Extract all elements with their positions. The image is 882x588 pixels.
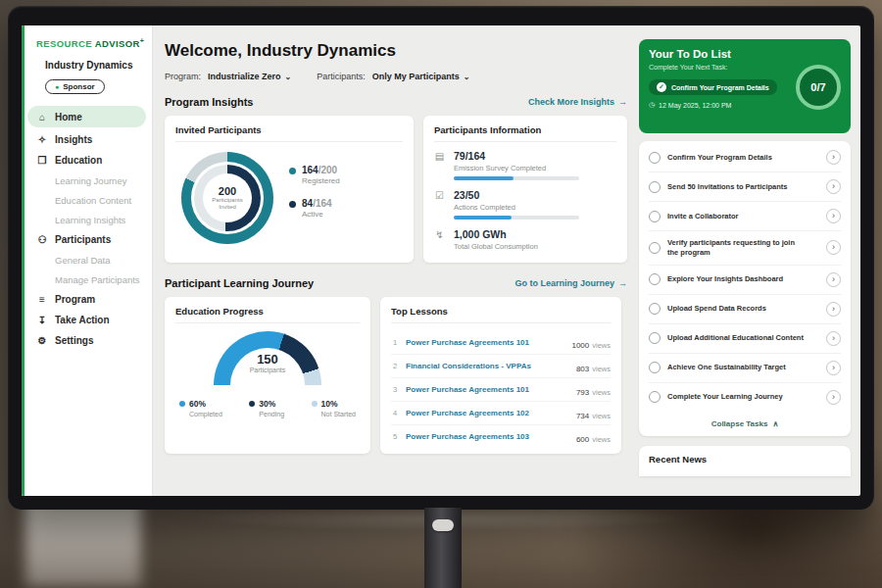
participants-select[interactable]: Only My Participants ⌄ — [372, 72, 470, 81]
chevron-right-icon[interactable]: › — [826, 240, 841, 255]
registered-dot-icon — [289, 168, 296, 174]
lesson-link[interactable]: Power Purchase Agreements 101 — [406, 385, 569, 394]
insights-cards-row: Invited Participants 200 Participants In… — [165, 116, 627, 263]
gauge-center-label: Participants — [214, 367, 321, 373]
chevron-down-icon: ⌄ — [464, 73, 470, 81]
task-checkbox[interactable] — [649, 152, 661, 164]
task-checkbox[interactable] — [649, 303, 661, 315]
sidebar-item-insights[interactable]: ✧ Insights — [22, 129, 152, 150]
active-dot-icon — [289, 201, 296, 208]
sidebar-item-education[interactable]: ❐ Education — [22, 150, 152, 171]
sponsor-badge[interactable]: ● Sponsor — [45, 79, 105, 94]
task-checkbox[interactable] — [649, 242, 661, 254]
program-select[interactable]: Industrialize Zero ⌄ — [208, 72, 291, 81]
top-lessons-card: Top Lessons 1 Power Purchase Agreements … — [380, 297, 621, 454]
card-title: Participants Information — [434, 124, 616, 142]
lesson-link[interactable]: Power Purchase Agreements 103 — [406, 432, 569, 441]
participants-select-value: Only My Participants — [372, 72, 460, 81]
task-checkbox[interactable] — [649, 362, 661, 373]
gauge-legend: 60% Completed 30% Pending 10% Not Starte… — [175, 399, 360, 417]
task-send-invitations[interactable]: Send 50 Invitations to Participants › — [649, 172, 841, 202]
sidebar-item-home[interactable]: ⌂ Home — [27, 106, 146, 127]
sidebar-item-manage-participants[interactable]: Manage Participants — [22, 270, 152, 289]
chevron-right-icon[interactable]: › — [826, 272, 841, 287]
task-checkbox[interactable] — [649, 211, 661, 222]
donut-center-value: 200 — [219, 185, 236, 197]
task-checkbox[interactable] — [649, 332, 661, 344]
sidebar-item-education-content[interactable]: Education Content — [22, 190, 152, 210]
chevron-down-icon: ⌄ — [285, 73, 292, 81]
task-upload-educational-content[interactable]: Upload Additional Educational Content › — [649, 324, 841, 354]
stat-global-consumption: ↯ 1,000 GWh Total Global Consumption — [434, 228, 616, 255]
stat-emission-survey: ▤ 79/164 Emission Survey Completed — [434, 150, 616, 180]
home-icon: ⌂ — [36, 112, 48, 122]
todo-task-list: Confirm Your Program Details › Send 50 I… — [639, 141, 851, 436]
task-checkbox[interactable] — [649, 391, 661, 403]
chevron-right-icon[interactable]: › — [826, 179, 841, 194]
sidebar-item-settings[interactable]: ⚙ Settings — [22, 330, 152, 351]
donut-center-label: Participants Invited — [208, 197, 247, 211]
sponsor-icon: ● — [55, 83, 59, 90]
learning-journey-header: Participant Learning Journey Go to Learn… — [165, 277, 627, 289]
filters-bar: Program: Industrialize Zero ⌄ Participan… — [165, 72, 627, 81]
task-checkbox[interactable] — [649, 181, 661, 193]
monitor-stand-button — [432, 519, 454, 531]
logo-advisor: ADVISOR — [95, 38, 140, 49]
nav-label: Settings — [55, 335, 93, 346]
learning-cards-row: Education Progress 150 Participants 60% … — [165, 297, 627, 454]
chevron-right-icon[interactable]: › — [826, 390, 841, 405]
todo-panel: Your To Do List Complete Your Next Task:… — [639, 39, 851, 476]
chevron-right-icon[interactable]: › — [826, 209, 841, 223]
task-invite-collaborator[interactable]: Invite a Collaborator › — [649, 202, 841, 231]
sidebar-item-learning-journey[interactable]: Learning Journey — [22, 171, 152, 190]
chevron-right-icon[interactable]: › — [826, 302, 841, 317]
program-icon: ≡ — [36, 294, 48, 305]
chevron-right-icon[interactable]: › — [826, 331, 841, 346]
task-checkbox[interactable] — [649, 273, 661, 285]
go-to-learning-journey-link[interactable]: Go to Learning Journey → — [514, 278, 627, 288]
chevron-up-icon: ∧ — [772, 419, 778, 428]
task-upload-spend-data[interactable]: Upload Spend Data Records › — [649, 295, 841, 324]
arrow-right-icon: → — [618, 278, 627, 288]
section-title: Program Insights — [165, 96, 253, 108]
completed-dot-icon — [179, 401, 185, 407]
chevron-right-icon[interactable]: › — [826, 150, 841, 165]
nav-label: Education — [55, 155, 102, 166]
logo-resource: RESOURCE — [36, 38, 92, 49]
lesson-row: 4 Power Purchase Agreements 102 734views — [391, 402, 611, 425]
actions-icon: ☑ — [434, 189, 445, 220]
sidebar-item-participants[interactable]: ⚇ Participants — [22, 229, 152, 250]
task-verify-participants[interactable]: Verify participants requesting to join t… — [649, 231, 841, 266]
nav-label: Insights — [55, 134, 92, 145]
program-filter-label: Program: — [165, 72, 201, 81]
task-complete-learning-journey[interactable]: Complete Your Learning Journey › — [649, 383, 841, 412]
sidebar: RESOURCE ADVISOR+ Industry Dynamics ● Sp… — [22, 25, 153, 496]
task-achieve-sustainability-target[interactable]: Achieve One Sustainability Target › — [649, 354, 841, 383]
task-explore-insights[interactable]: Explore Your Insights Dashboard › — [649, 266, 841, 295]
task-confirm-program-details[interactable]: Confirm Your Program Details › — [649, 143, 841, 172]
sidebar-nav: ⌂ Home ✧ Insights ❐ Education Learning J… — [22, 106, 152, 351]
next-task-pill[interactable]: ✓ Confirm Your Program Details — [649, 79, 777, 95]
nav-label: Program — [55, 294, 95, 305]
sidebar-item-take-action[interactable]: ↧ Take Action — [22, 310, 152, 330]
todo-title: Your To Do List — [649, 48, 841, 60]
legend-not-started: 10% Not Started — [312, 399, 356, 417]
stat-actions-completed: ☑ 23/50 Actions Completed — [434, 189, 616, 220]
lesson-row: 1 Power Purchase Agreements 101 1000view… — [391, 331, 611, 355]
nav-label: Participants — [55, 234, 111, 245]
collapse-tasks-button[interactable]: Collapse Tasks ∧ — [649, 412, 841, 432]
lesson-link[interactable]: Power Purchase Agreements 101 — [406, 338, 564, 347]
org-name: Industry Dynamics — [45, 60, 152, 71]
sidebar-item-program[interactable]: ≡ Program — [22, 289, 152, 310]
lesson-row: 2 Financial Considerations - VPPAs 803vi… — [391, 355, 611, 378]
chevron-right-icon[interactable]: › — [826, 361, 841, 375]
lesson-link[interactable]: Financial Considerations - VPPAs — [406, 362, 569, 370]
check-more-insights-link[interactable]: Check More Insights → — [528, 97, 627, 107]
lesson-link[interactable]: Power Purchase Agreements 102 — [406, 409, 569, 417]
monitor-stand — [424, 508, 462, 588]
sidebar-item-learning-insights[interactable]: Learning Insights — [22, 210, 152, 229]
card-title: Invited Participants — [175, 124, 403, 142]
app-logo: RESOURCE ADVISOR+ — [22, 25, 152, 49]
not-started-dot-icon — [312, 401, 318, 407]
sidebar-item-general-data[interactable]: General Data — [22, 250, 152, 270]
